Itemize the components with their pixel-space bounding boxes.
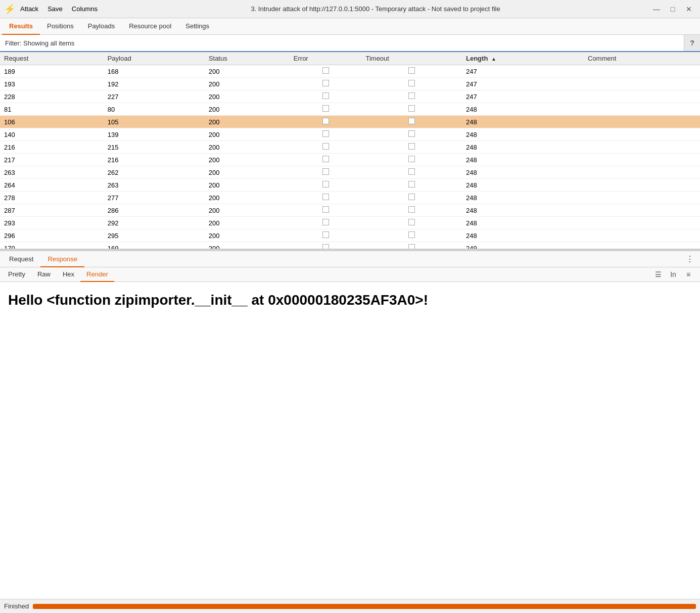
- checkbox[interactable]: [322, 80, 329, 86]
- table-row[interactable]: 228227200247: [0, 90, 700, 103]
- table-row[interactable]: 106105200248: [0, 116, 700, 128]
- table-row[interactable]: 287286200248: [0, 204, 700, 217]
- checkbox[interactable]: [408, 231, 415, 238]
- checkbox[interactable]: [408, 156, 415, 162]
- table-row[interactable]: 293292200248: [0, 217, 700, 229]
- col-error[interactable]: Error: [290, 52, 362, 65]
- table-cell[interactable]: [361, 90, 462, 103]
- table-cell[interactable]: [290, 242, 362, 250]
- tab-payloads[interactable]: Payloads: [81, 18, 122, 35]
- checkbox[interactable]: [408, 168, 415, 175]
- table-row[interactable]: 296295200248: [0, 229, 700, 242]
- table-cell[interactable]: [290, 65, 362, 78]
- filter-text[interactable]: Filter: Showing all items: [0, 35, 684, 51]
- table-cell[interactable]: [361, 229, 462, 242]
- checkbox[interactable]: [322, 92, 329, 99]
- checkbox[interactable]: [408, 105, 415, 112]
- table-cell[interactable]: [361, 242, 462, 250]
- checkbox[interactable]: [322, 244, 329, 249]
- checkbox[interactable]: [322, 118, 329, 124]
- table-cell[interactable]: [361, 192, 462, 204]
- tab-resource-pool[interactable]: Resource pool: [122, 18, 178, 35]
- table-cell[interactable]: [290, 217, 362, 229]
- help-button[interactable]: ?: [684, 35, 700, 51]
- checkbox[interactable]: [322, 156, 329, 162]
- checkbox[interactable]: [408, 194, 415, 200]
- maximize-button[interactable]: □: [666, 2, 680, 16]
- checkbox[interactable]: [322, 181, 329, 187]
- checkbox[interactable]: [322, 206, 329, 213]
- table-cell[interactable]: [290, 192, 362, 204]
- table-cell[interactable]: [361, 78, 462, 90]
- panel-menu-icon[interactable]: ⋮: [682, 251, 698, 267]
- table-cell[interactable]: [361, 141, 462, 154]
- menu-dots-icon[interactable]: ≡: [682, 268, 695, 281]
- table-row[interactable]: 189168200247: [0, 65, 700, 78]
- col-status[interactable]: Status: [205, 52, 290, 65]
- checkbox[interactable]: [322, 168, 329, 175]
- table-cell[interactable]: [361, 154, 462, 166]
- font-icon[interactable]: In: [667, 268, 680, 281]
- checkbox[interactable]: [322, 194, 329, 200]
- table-row[interactable]: 170169200249: [0, 242, 700, 250]
- checkbox[interactable]: [408, 181, 415, 187]
- subtab-pretty[interactable]: Pretty: [2, 267, 31, 282]
- table-cell[interactable]: [290, 90, 362, 103]
- lines-icon[interactable]: ☰: [651, 268, 665, 281]
- table-row[interactable]: 264263200248: [0, 179, 700, 192]
- table-row[interactable]: 263262200248: [0, 166, 700, 179]
- table-cell[interactable]: [290, 78, 362, 90]
- table-cell[interactable]: [361, 166, 462, 179]
- table-cell[interactable]: [361, 204, 462, 217]
- table-cell[interactable]: [290, 128, 362, 141]
- close-button[interactable]: ✕: [682, 2, 696, 16]
- checkbox[interactable]: [408, 130, 415, 137]
- checkbox[interactable]: [408, 80, 415, 86]
- tab-request[interactable]: Request: [2, 252, 40, 267]
- table-cell[interactable]: [361, 179, 462, 192]
- table-cell[interactable]: [290, 154, 362, 166]
- table-cell[interactable]: [290, 229, 362, 242]
- tab-response[interactable]: Response: [40, 252, 84, 267]
- col-length[interactable]: Length ▲: [462, 52, 584, 65]
- checkbox[interactable]: [322, 143, 329, 150]
- tab-results[interactable]: Results: [2, 18, 40, 35]
- checkbox[interactable]: [408, 143, 415, 150]
- subtab-raw[interactable]: Raw: [31, 267, 57, 282]
- table-row[interactable]: 8180200248: [0, 103, 700, 116]
- table-cell[interactable]: [290, 103, 362, 116]
- table-row[interactable]: 217216200248: [0, 154, 700, 166]
- checkbox[interactable]: [408, 206, 415, 213]
- minimize-button[interactable]: —: [649, 2, 664, 16]
- tab-positions[interactable]: Positions: [40, 18, 81, 35]
- table-cell[interactable]: [290, 204, 362, 217]
- table-row[interactable]: 140139200248: [0, 128, 700, 141]
- table-row[interactable]: 193192200247: [0, 78, 700, 90]
- checkbox[interactable]: [322, 105, 329, 112]
- table-row[interactable]: 278277200248: [0, 192, 700, 204]
- table-cell[interactable]: [361, 116, 462, 128]
- checkbox[interactable]: [322, 130, 329, 137]
- menu-save[interactable]: Save: [43, 3, 67, 15]
- table-cell[interactable]: [361, 103, 462, 116]
- table-row[interactable]: 216215200248: [0, 141, 700, 154]
- col-request[interactable]: Request: [0, 52, 104, 65]
- table-cell[interactable]: [290, 166, 362, 179]
- checkbox[interactable]: [408, 92, 415, 99]
- subtab-hex[interactable]: Hex: [57, 267, 80, 282]
- checkbox[interactable]: [408, 118, 415, 124]
- table-cell[interactable]: [290, 141, 362, 154]
- menu-columns[interactable]: Columns: [68, 3, 102, 15]
- checkbox[interactable]: [408, 244, 415, 249]
- checkbox[interactable]: [408, 67, 415, 74]
- checkbox[interactable]: [408, 219, 415, 225]
- table-cell[interactable]: [361, 65, 462, 78]
- col-comment[interactable]: Comment: [584, 52, 700, 65]
- checkbox[interactable]: [322, 231, 329, 238]
- table-cell[interactable]: [290, 116, 362, 128]
- checkbox[interactable]: [322, 219, 329, 225]
- subtab-render[interactable]: Render: [80, 267, 114, 282]
- col-timeout[interactable]: Timeout: [361, 52, 462, 65]
- table-cell[interactable]: [361, 128, 462, 141]
- table-cell[interactable]: [290, 179, 362, 192]
